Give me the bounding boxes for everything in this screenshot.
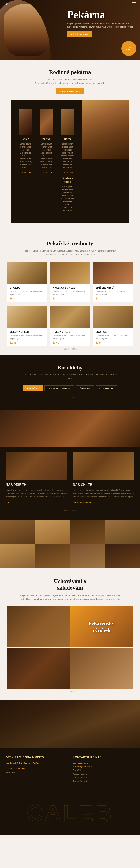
story-banner-image (0, 409, 140, 447)
hero-subtitle: Aliquam porttitor facilisis dolor a ante… (67, 22, 134, 29)
bread-title: Chléb (19, 137, 32, 141)
baking-desc-2: Lorem ipsum dolor sit amet consectetur a… (95, 290, 130, 296)
story-link-1[interactable]: ZJISTIT VÍC (6, 501, 18, 503)
baking-title: Pekařské předměty (7, 240, 133, 246)
story-img-1 (6, 452, 67, 480)
storage-text: Adipiscing bibendum est ultricies intege… (18, 594, 122, 601)
bio-subtitle: Vitae turpis massa sed elementum tempus … (22, 373, 118, 380)
bio-btn-0[interactable]: PŠENIČNÝ (23, 385, 43, 392)
story-title-1: NÁŠ PŘÍBĚH (6, 483, 67, 487)
baking-desc-4: Lorem ipsum dolor sit amet consectetur a… (53, 334, 87, 340)
baking-name-1: KVÁSKOVÝ CHLÉB (53, 286, 87, 289)
baking-name-4: HNĚDÝ CHLÉB (53, 331, 87, 333)
menu-icon[interactable] (132, 2, 136, 5)
gallery-section (0, 520, 140, 568)
product-pastry: Pečivo Lorem ipsum dolor sit amet, conse… (36, 105, 57, 218)
footer-contact-title: Kontaktujte nás (73, 755, 134, 758)
product-bread: Chléb Lorem ipsum dolor sit amet, consec… (15, 105, 36, 218)
baking-name-0: BAGETA (10, 286, 45, 289)
gallery-item (105, 520, 140, 544)
family-section: Rodinná pekárna Alti sodales pulvinar tu… (0, 60, 140, 231)
bio-title: Bio chleby (7, 364, 133, 371)
bio-btn-3[interactable]: CTMAHNOD (95, 385, 117, 392)
contact-item-0[interactable]: Zde napište email (73, 761, 134, 765)
footer: Otevírací doba a místo Václavská 20, Pra… (0, 748, 140, 791)
hero-content: Pekárna Aliquam porttitor facilisis dolo… (67, 9, 134, 39)
baking-price-3: $2.85 (10, 341, 45, 344)
caleb-watermark: CALEB (4, 802, 136, 824)
pastry-text: Lorem ipsum dolor sit amet, consectetur … (40, 143, 53, 169)
cookie-text: Lorem ipsum dolor sit amet, consectetur … (61, 185, 74, 212)
contact-item-2[interactable]: Fax: Číslo (73, 769, 134, 772)
story-card-1: NÁŠ PŘÍBĚH Lorem ipsum dolor sit amet, c… (6, 452, 67, 504)
story-card-2: NÁŠ CHLÉB Lorem ipsum dolor sit amet, co… (73, 452, 134, 504)
bio-divider: Otázky • Fronta (7, 395, 133, 400)
family-title: Rodinná pekárna (11, 69, 129, 75)
caleb-section: CALEB (0, 791, 140, 835)
bio-section: Bio chleby Vitae turpis massa sed elemen… (0, 355, 140, 409)
storage-grid: Pekárenský výrobek (7, 607, 133, 689)
logo: logo (4, 2, 8, 5)
baking-item: HNĚDÝ CHLÉB Lorem ipsum dolor sit amet c… (50, 306, 90, 346)
gallery-item (0, 520, 35, 544)
footer-address-link[interactable]: Pohled na místo (6, 768, 67, 770)
baking-price-5: $1.5 (95, 341, 130, 344)
story-text-1: Lorem ipsum dolor sit amet, consectetur … (6, 489, 67, 498)
gallery-item (35, 520, 70, 544)
contact-item-1[interactable]: Zde zadejte tel. číslo (73, 765, 134, 769)
story-text-2: Lorem ipsum dolor sit amet, consectetur … (73, 489, 134, 498)
baking-price-4: $2.60 (53, 341, 87, 344)
story-title-2: NÁŠ CHLÉB (73, 483, 134, 487)
baking-item: MLÉČNÝ CHLÉB Lorem ipsum dolor sit amet … (7, 306, 47, 346)
hero-title: Pekárna (67, 9, 134, 20)
story-link-2[interactable]: NAŠE SPECIALITY (73, 501, 92, 503)
baking-desc-5: Lorem ipsum dolor sit amet consectetur a… (95, 334, 130, 340)
storage-img-1 (7, 607, 70, 647)
contact-item-4: Adresa řádek 2 (73, 776, 134, 780)
contact-item-3: Adresa řádek 1 (73, 772, 134, 776)
products-dark-grid: Chléb Lorem ipsum dolor sit amet, consec… (11, 100, 82, 223)
family-subtitle: Alti sodales pulvinar turpis quis • nisi… (22, 78, 118, 85)
footer-hours-col: Otevírací doba a místo Václavská 20, Pra… (6, 755, 67, 783)
storage-section: Uchovávání a skladování Adipiscing biben… (0, 568, 140, 700)
big-baker-bg (0, 700, 140, 748)
cakes-image (61, 109, 74, 135)
baking-item: SMÍŠENÉ OBILÍ Lorem ipsum dolor sit amet… (93, 262, 133, 302)
hero-section: logo Pekárna Aliquam porttitor facilisis… (0, 0, 140, 60)
storage-featured: Pekárenský výrobek (71, 607, 133, 647)
baking-item: KVÁSKOVÝ CHLÉB Lorem ipsum dolor sit ame… (50, 262, 90, 302)
baking-section: Pekařské předměty Fuze vero ulcus est ul… (0, 231, 140, 355)
story-img-2 (73, 452, 134, 480)
storage-divider: Otázky • Fronta (7, 689, 133, 694)
bread-image (19, 109, 32, 135)
baking-price-0: $4.2 (10, 297, 45, 300)
baking-desc-0: Lorem ipsum dolor sit amet consectetur a… (10, 290, 45, 296)
cakes-price: Začíná: 90 (61, 171, 74, 174)
gallery-item (70, 544, 105, 568)
footer-schedule: Páte 23:00 (6, 771, 67, 774)
hero-cta-button[interactable]: PŘEJÍT K NÁM (67, 31, 92, 37)
bread-large-image (82, 100, 129, 159)
cookie-title: Soubory cookie (61, 177, 74, 184)
bg-overlay (0, 700, 140, 748)
baking-name-2: SMÍŠENÉ OBILÍ (95, 286, 130, 289)
bread-price: Začíná: 30 (19, 171, 32, 174)
bread-text: Lorem ipsum dolor sit amet, consectetur … (19, 143, 32, 169)
bio-buttons: PŠENIČNÝ SOUBORY COOKIE ŽITÁNEN CTMAHNOD (7, 385, 133, 392)
bio-btn-2[interactable]: ŽITÁNEN (76, 385, 94, 392)
baking-img-kvasek (50, 262, 90, 284)
products-button[interactable]: NAŠE PRODUKTY (56, 89, 84, 94)
baking-img-smesene (93, 262, 133, 284)
gallery-item (70, 520, 105, 544)
footer-hours-title: Otevírací doba a místo (6, 755, 67, 758)
baking-grid: BAGETA Lorem ipsum dolor sit amet consec… (7, 262, 133, 346)
baking-img-skorice (93, 306, 133, 328)
baking-img-mlecny (7, 306, 47, 328)
story-grid: NÁŠ PŘÍBĚH Lorem ipsum dolor sit amet, c… (0, 452, 140, 504)
baking-price-1: $5.25 (53, 297, 87, 300)
baking-subtitle: Fuze vero ulcus est ullamcorper ut volut… (22, 249, 118, 256)
baking-img-hnedy (50, 306, 90, 328)
navigation: logo (0, 0, 140, 7)
bio-btn-1[interactable]: SOUBORY COOKIE (45, 385, 74, 392)
contact-item-5: Adresa řádek 3 (73, 779, 134, 783)
